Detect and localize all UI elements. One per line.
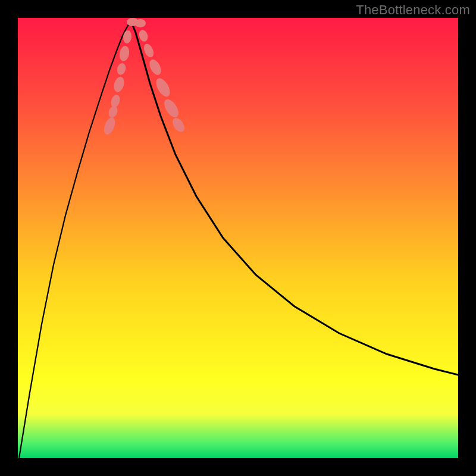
marker-dot [102,116,117,136]
plot-area [18,18,458,458]
marker-dot [118,45,130,62]
marker-dot [137,29,149,42]
marker-dot [147,58,163,77]
marker-dot [112,76,126,93]
marker-dot [161,97,181,120]
marker-dot [142,42,156,59]
marker-dot [170,116,187,134]
marker-dot [116,62,127,76]
marker-dot [109,93,121,108]
marker-dot [154,76,173,99]
watermark-text: TheBottleneck.com [356,2,470,18]
marker-cluster [102,18,187,136]
chart-svg [18,18,458,458]
curve-right [131,21,458,375]
marker-dot [135,19,146,27]
